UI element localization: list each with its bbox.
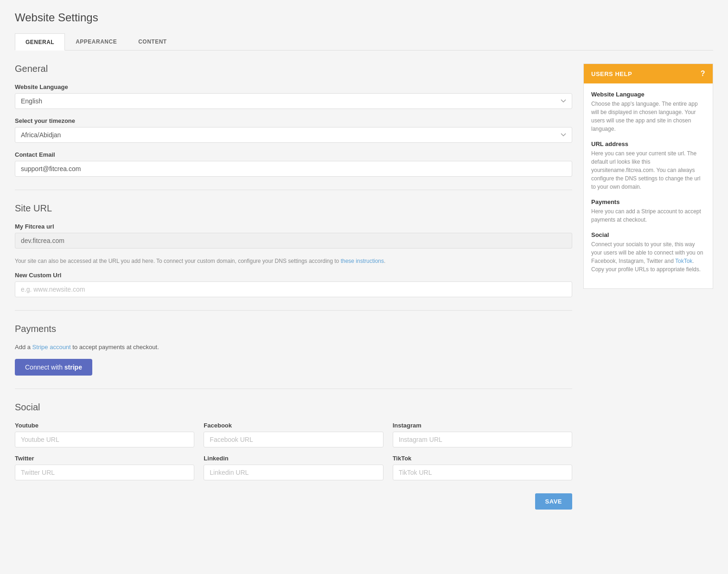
toktok-link[interactable]: TokTok: [675, 258, 692, 264]
contact-email-input[interactable]: [15, 161, 572, 177]
tiktok-field: TikTok: [393, 455, 572, 480]
help-item-language-text: Choose the app's language. The entire ap…: [591, 100, 705, 133]
new-custom-url-label: New Custom Url: [15, 272, 572, 279]
my-fitcrea-url-label: My Fitcrea url: [15, 223, 572, 230]
tiktok-input[interactable]: [393, 465, 572, 480]
youtube-input[interactable]: [15, 432, 194, 447]
help-body: Website Language Choose the app's langua…: [584, 83, 713, 288]
sidebar: USERS HELP ? Website Language Choose the…: [583, 64, 713, 510]
twitter-input[interactable]: [15, 465, 194, 480]
help-panel: USERS HELP ? Website Language Choose the…: [583, 64, 713, 289]
help-question-mark: ?: [701, 70, 705, 78]
help-header: USERS HELP ?: [584, 64, 713, 83]
site-url-info: Your site can also be accessed at the UR…: [15, 257, 572, 265]
timezone-group: Select your timezone Africa/Abidjan: [15, 117, 572, 143]
linkedin-label: Linkedin: [204, 455, 383, 462]
linkedin-field: Linkedin: [204, 455, 383, 480]
instagram-label: Instagram: [393, 422, 572, 429]
main-layout: General Website Language English Select …: [15, 64, 713, 510]
page-container: Website Settings GENERAL APPEARANCE CONT…: [0, 0, 728, 574]
payments-section-title: Payments: [15, 324, 572, 334]
website-language-label: Website Language: [15, 83, 572, 90]
save-bar: SAVE: [15, 493, 572, 510]
social-grid: Youtube Facebook Instagram Twitter Linke…: [15, 422, 572, 480]
timezone-label: Select your timezone: [15, 117, 572, 124]
contact-email-group: Contact Email: [15, 151, 572, 177]
tab-general[interactable]: GENERAL: [15, 33, 65, 51]
timezone-select[interactable]: Africa/Abidjan: [15, 127, 572, 143]
site-url-section-title: Site URL: [15, 203, 572, 214]
my-fitcrea-url-input: [15, 233, 572, 249]
help-item-language: Website Language Choose the app's langua…: [591, 91, 705, 133]
website-language-select[interactable]: English: [15, 93, 572, 109]
content-area: General Website Language English Select …: [15, 64, 572, 510]
payments-description: Add a Stripe account to accept payments …: [15, 344, 572, 351]
stripe-label: stripe: [64, 364, 82, 371]
divider-1: [15, 190, 572, 190]
help-item-url: URL address Here you can see your curren…: [591, 140, 705, 191]
help-item-url-title: URL address: [591, 140, 705, 147]
help-item-language-title: Website Language: [591, 91, 705, 98]
help-item-social: Social Connect your socials to your site…: [591, 231, 705, 274]
help-item-url-text: Here you can see your current site url. …: [591, 149, 705, 191]
new-custom-url-group: New Custom Url: [15, 272, 572, 297]
contact-email-label: Contact Email: [15, 151, 572, 158]
my-fitcrea-url-group: My Fitcrea url: [15, 223, 572, 249]
help-item-payments-text: Here you can add a Stripe account to acc…: [591, 207, 705, 224]
instagram-input[interactable]: [393, 432, 572, 447]
instructions-link[interactable]: these instructions: [341, 258, 384, 264]
help-item-payments: Payments Here you can add a Stripe accou…: [591, 198, 705, 224]
tabs-bar: GENERAL APPEARANCE CONTENT: [15, 33, 713, 51]
help-item-payments-title: Payments: [591, 198, 705, 205]
tiktok-label: TikTok: [393, 455, 572, 462]
youtube-field: Youtube: [15, 422, 194, 447]
facebook-label: Facebook: [204, 422, 383, 429]
page-title: Website Settings: [15, 11, 713, 24]
save-button[interactable]: SAVE: [535, 493, 572, 510]
divider-2: [15, 310, 572, 311]
help-header-title: USERS HELP: [591, 70, 632, 77]
divider-3: [15, 389, 572, 389]
website-language-group: Website Language English: [15, 83, 572, 109]
general-section-title: General: [15, 64, 572, 74]
facebook-input[interactable]: [204, 432, 383, 447]
connect-stripe-button[interactable]: Connect with stripe: [15, 359, 92, 376]
twitter-label: Twitter: [15, 455, 194, 462]
tab-appearance[interactable]: APPEARANCE: [65, 33, 128, 50]
facebook-field: Facebook: [204, 422, 383, 447]
stripe-account-link[interactable]: Stripe account: [32, 344, 71, 351]
linkedin-input[interactable]: [204, 465, 383, 480]
instagram-field: Instagram: [393, 422, 572, 447]
twitter-field: Twitter: [15, 455, 194, 480]
help-item-social-text: Connect your socials to your site, this …: [591, 240, 705, 274]
social-section-title: Social: [15, 402, 572, 413]
new-custom-url-input[interactable]: [15, 281, 572, 297]
help-item-social-title: Social: [591, 231, 705, 238]
youtube-label: Youtube: [15, 422, 194, 429]
tab-content[interactable]: CONTENT: [128, 33, 178, 50]
